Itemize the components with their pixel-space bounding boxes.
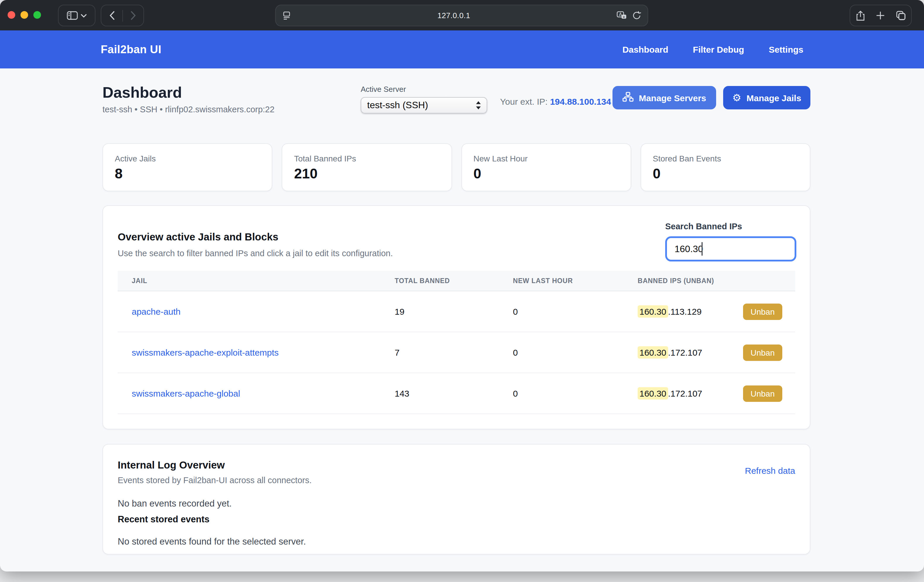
- banned-ip: 160.30.113.129: [638, 306, 701, 316]
- jail-link[interactable]: apache-auth: [132, 306, 181, 316]
- translate-icon[interactable]: A x: [617, 11, 627, 20]
- back-button[interactable]: [102, 11, 122, 20]
- reload-icon[interactable]: [632, 11, 641, 20]
- overview-panel: Overview active Jails and Blocks Use the…: [102, 205, 810, 429]
- ip-rest: .172.107: [668, 347, 702, 357]
- svg-text:x: x: [623, 15, 625, 19]
- stat-label: Stored Ban Events: [653, 154, 799, 163]
- log-recent-title: Recent stored events: [118, 514, 795, 524]
- col-new-last-hour: New Last Hour: [513, 277, 638, 284]
- nav-dashboard[interactable]: Dashboard: [622, 44, 668, 54]
- log-panel: Internal Log Overview Events stored by F…: [102, 444, 810, 554]
- chevron-down-icon: [81, 14, 87, 17]
- forward-button[interactable]: [123, 11, 143, 20]
- table-row: swissmakers-apache-exploit-attempts 7 0 …: [118, 332, 795, 373]
- address-bar[interactable]: 127.0.0.1 A x: [275, 5, 648, 26]
- sitemap-icon: [622, 92, 634, 104]
- toolbar-right-group: [850, 5, 912, 26]
- ip-highlight: 160.30: [638, 346, 668, 358]
- unban-button[interactable]: Unban: [743, 344, 782, 361]
- zoom-window-button[interactable]: [33, 11, 41, 19]
- manage-servers-button[interactable]: Manage Servers: [612, 86, 716, 109]
- page-content: Dashboard test-ssh • SSH • rlinfp02.swis…: [102, 84, 810, 554]
- app-header: Fail2ban UI Dashboard Filter Debug Setti…: [0, 30, 924, 68]
- stat-value: 210: [294, 166, 440, 182]
- url-text: 127.0.0.1: [291, 11, 617, 20]
- active-server-selected-value: test-ssh (SSH): [361, 100, 475, 110]
- search-label: Search Banned IPs: [665, 222, 796, 231]
- external-ip: Your ext. IP: 194.88.100.134: [500, 97, 611, 107]
- external-ip-value: 194.88.100.134: [550, 97, 611, 107]
- stat-value: 8: [115, 166, 260, 182]
- nav-settings[interactable]: Settings: [769, 44, 804, 54]
- gear-icon: ⚙: [732, 93, 741, 103]
- total-banned-value: 7: [395, 347, 513, 357]
- ip-highlight: 160.30: [638, 305, 668, 317]
- jails-table: Jail Total Banned New Last Hour Banned I…: [118, 271, 795, 414]
- select-arrows-icon: [475, 100, 481, 110]
- total-banned-value: 19: [395, 306, 513, 316]
- log-subtitle: Events stored by Fail2ban-UI across all …: [118, 475, 795, 485]
- col-jail: Jail: [118, 277, 395, 284]
- new-last-hour-value: 0: [513, 388, 638, 398]
- external-ip-label: Your ext. IP:: [500, 97, 548, 107]
- manage-jails-button[interactable]: ⚙ Manage Jails: [723, 86, 810, 109]
- manage-servers-label: Manage Servers: [639, 93, 706, 103]
- minimize-window-button[interactable]: [20, 11, 28, 19]
- log-empty-ban: No ban events recorded yet.: [118, 498, 795, 509]
- stat-cards: Active Jails 8 Total Banned IPs 210 New …: [102, 143, 810, 191]
- active-server-group: Active Server test-ssh (SSH): [361, 85, 487, 113]
- stat-card-stored-ban-events: Stored Ban Events 0: [640, 143, 811, 191]
- stat-value: 0: [653, 166, 799, 182]
- log-title: Internal Log Overview: [118, 459, 795, 472]
- table-row: apache-auth 19 0 160.30.113.129 Unban: [118, 291, 795, 332]
- search-input[interactable]: [665, 236, 796, 261]
- col-banned-ips: Banned IPs (Unban): [638, 277, 795, 284]
- table-row: swissmakers-apache-global 143 0 160.30.1…: [118, 373, 795, 414]
- log-empty-stored: No stored events found for the selected …: [118, 536, 795, 547]
- browser-toolbar: 127.0.0.1 A x: [0, 0, 924, 30]
- new-last-hour-value: 0: [513, 347, 638, 357]
- history-nav-group: [101, 5, 144, 26]
- banned-ip: 160.30.172.107: [638, 347, 702, 357]
- app-brand: Fail2ban UI: [101, 43, 161, 56]
- text-caret: [701, 242, 703, 256]
- stat-label: New Last Hour: [474, 154, 619, 163]
- total-banned-value: 143: [395, 388, 513, 398]
- col-total-banned: Total Banned: [395, 277, 513, 284]
- page-settings-icon[interactable]: [282, 11, 291, 20]
- browser-window: 127.0.0.1 A x: [0, 0, 924, 572]
- sidebar-icon: [67, 11, 78, 20]
- banned-ip: 160.30.172.107: [638, 388, 702, 398]
- stat-card-total-banned: Total Banned IPs 210: [282, 143, 452, 191]
- sidebar-toggle-button[interactable]: [58, 5, 96, 26]
- new-tab-icon[interactable]: [876, 11, 884, 20]
- stat-label: Active Jails: [115, 154, 260, 163]
- stat-value: 0: [474, 166, 619, 182]
- page-header: Dashboard test-ssh • SSH • rlinfp02.swis…: [102, 84, 810, 128]
- stat-card-new-last-hour: New Last Hour 0: [461, 143, 631, 191]
- ip-highlight: 160.30: [638, 387, 668, 400]
- close-window-button[interactable]: [8, 11, 15, 19]
- ip-rest: .172.107: [668, 388, 702, 398]
- refresh-data-link[interactable]: Refresh data: [745, 465, 795, 475]
- jail-link[interactable]: swissmakers-apache-exploit-attempts: [132, 347, 279, 357]
- unban-button[interactable]: Unban: [743, 385, 782, 401]
- ip-rest: .113.129: [668, 306, 702, 316]
- tab-overview-icon[interactable]: [896, 10, 906, 20]
- stat-label: Total Banned IPs: [294, 154, 440, 163]
- search-block: Search Banned IPs: [665, 222, 796, 261]
- new-last-hour-value: 0: [513, 306, 638, 316]
- active-server-select[interactable]: test-ssh (SSH): [361, 97, 487, 113]
- stat-card-active-jails: Active Jails 8: [102, 143, 272, 191]
- active-server-label: Active Server: [361, 85, 487, 94]
- nav-filter-debug[interactable]: Filter Debug: [693, 44, 744, 54]
- unban-button[interactable]: Unban: [743, 303, 782, 320]
- table-header-row: Jail Total Banned New Last Hour Banned I…: [118, 271, 795, 291]
- main-nav: Dashboard Filter Debug Settings: [622, 44, 804, 54]
- share-icon[interactable]: [856, 10, 865, 21]
- jail-link[interactable]: swissmakers-apache-global: [132, 388, 240, 398]
- manage-jails-label: Manage Jails: [747, 93, 801, 103]
